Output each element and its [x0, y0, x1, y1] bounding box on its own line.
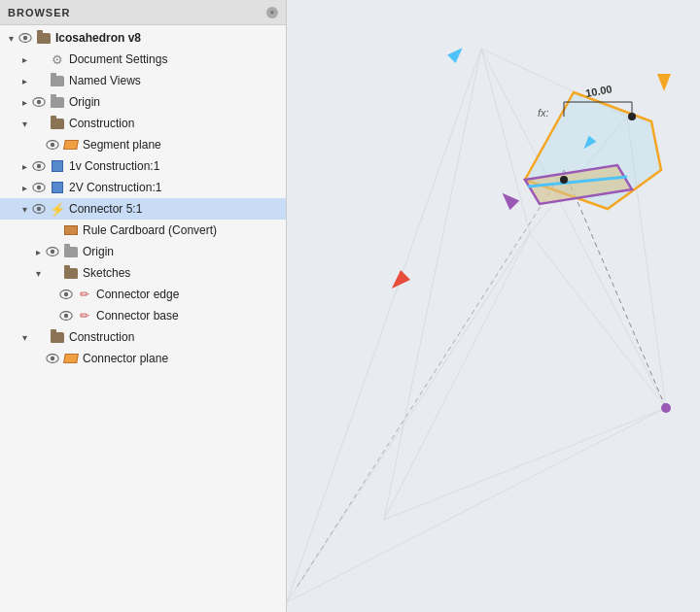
tree-arrow-connector-edge: [45, 288, 58, 301]
tree-arrow-connector-base: [45, 309, 58, 323]
item-icon-sketch-red: ✏: [76, 286, 93, 303]
tree-item-root[interactable]: Icosahedron v8: [0, 27, 286, 49]
item-icon-folder-brown: [35, 29, 52, 47]
red-arrow: [387, 270, 410, 293]
sidebar-title: BROWSER: [8, 7, 70, 18]
tree-item-origin-2[interactable]: Origin: [0, 241, 286, 262]
item-icon-folder-brown: [62, 264, 80, 282]
svg-point-5: [51, 143, 54, 147]
item-label-origin-2: Origin: [83, 245, 114, 258]
tree-item-rule-cardboard[interactable]: Rule Cardboard (Convert): [0, 220, 286, 241]
item-label-construction: Construction: [69, 117, 134, 130]
orange-arrow: [657, 74, 671, 91]
svg-marker-39: [657, 74, 671, 91]
svg-point-13: [51, 250, 54, 254]
tree-item-1v-construction[interactable]: 1v Construction:1: [0, 155, 286, 177]
sidebar: BROWSER Icosahedron v8⚙Document Settings…: [0, 0, 287, 612]
tree-arrow-origin-2[interactable]: [31, 245, 45, 258]
eye-icon[interactable]: [31, 94, 47, 110]
eye-icon[interactable]: [45, 137, 60, 153]
tree-item-origin-1[interactable]: Origin: [0, 91, 286, 113]
tree-arrow-root[interactable]: [4, 31, 18, 45]
svg-line-32: [564, 170, 666, 408]
tree-arrow-doc-settings[interactable]: [18, 52, 31, 66]
item-icon-plane: [62, 136, 80, 153]
tree-item-segment-plane[interactable]: Segment plane: [0, 134, 286, 155]
eye-icon[interactable]: [31, 158, 47, 174]
tree-arrow-1v-construction[interactable]: [18, 159, 31, 173]
tree-arrow-segment-plane: [31, 138, 45, 152]
svg-line-26: [530, 233, 666, 408]
tree-arrow-2v-construction[interactable]: [18, 181, 31, 194]
tree-item-sketches[interactable]: Sketches: [0, 262, 286, 284]
item-label-rule-cardboard: Rule Cardboard (Convert): [83, 223, 217, 237]
tree-arrow-construction-2[interactable]: [18, 330, 31, 344]
dimension-text: 10.00: [584, 83, 612, 99]
item-icon-plane: [62, 350, 80, 367]
eye-icon[interactable]: [31, 201, 47, 217]
item-label-named-views: Named Views: [69, 74, 141, 87]
tree-arrow-construction[interactable]: [18, 117, 31, 130]
svg-point-15: [64, 292, 68, 296]
item-icon-gear: ⚙: [49, 51, 66, 68]
tree-item-construction-2[interactable]: Construction: [0, 326, 286, 348]
eye-icon[interactable]: [58, 287, 74, 302]
svg-marker-41: [387, 270, 410, 293]
item-label-1v-construction: 1v Construction:1: [69, 159, 159, 173]
svg-line-20: [287, 408, 666, 602]
item-label-connector-base: Connector base: [96, 309, 179, 323]
tree-item-doc-settings[interactable]: ⚙Document Settings: [0, 49, 286, 70]
tree-arrow-sketches[interactable]: [31, 266, 45, 280]
item-label-construction-2: Construction: [69, 330, 134, 344]
canvas-area: 10.00 fx:: [287, 0, 700, 612]
item-label-connector-edge: Connector edge: [96, 288, 179, 301]
purple-arrow: [498, 188, 520, 211]
tree-arrow-connector-plane: [31, 352, 45, 365]
eye-icon[interactable]: [31, 180, 47, 195]
tree-item-connector-plane[interactable]: Connector plane: [0, 348, 286, 369]
item-icon-connector: ⚡: [49, 200, 66, 218]
eye-icon[interactable]: [45, 244, 60, 259]
sidebar-tree: Icosahedron v8⚙Document SettingsNamed Vi…: [0, 25, 286, 612]
center-dot: [560, 176, 568, 184]
item-icon-rule: [62, 221, 80, 239]
item-icon-sketch-red: ✏: [76, 307, 93, 324]
svg-line-23: [384, 408, 666, 520]
eye-icon[interactable]: [45, 351, 60, 366]
canvas-svg: 10.00 fx:: [287, 0, 700, 612]
tree-arrow-named-views[interactable]: [18, 74, 31, 87]
item-label-sketches: Sketches: [83, 266, 130, 280]
tree-arrow-connector-5-1[interactable]: [18, 202, 31, 216]
sidebar-close-button[interactable]: [266, 7, 278, 18]
tree-item-connector-base[interactable]: ✏Connector base: [0, 305, 286, 326]
item-label-origin-1: Origin: [69, 95, 100, 109]
item-icon-folder-gray: [49, 72, 66, 89]
fx-label: fx:: [538, 107, 549, 119]
svg-marker-40: [498, 188, 520, 211]
item-label-segment-plane: Segment plane: [83, 138, 161, 152]
tree-arrow-rule-cardboard: [31, 223, 45, 237]
blue-arrow: [447, 44, 467, 63]
tree-item-construction[interactable]: Construction: [0, 113, 286, 134]
item-label-doc-settings: Document Settings: [69, 52, 167, 66]
svg-point-17: [64, 314, 68, 318]
tree-arrow-origin-1[interactable]: [18, 95, 31, 109]
tree-item-connector-5-1[interactable]: ⚡Connector 5:1: [0, 198, 286, 220]
svg-point-7: [37, 164, 41, 168]
svg-point-1: [23, 36, 27, 40]
svg-line-27: [481, 49, 530, 233]
item-icon-folder-brown: [49, 115, 66, 132]
eye-icon[interactable]: [18, 30, 33, 46]
eye-icon[interactable]: [58, 308, 74, 323]
svg-point-11: [37, 207, 41, 211]
item-icon-folder-gray: [62, 243, 80, 260]
svg-marker-37: [447, 44, 467, 63]
tree-item-connector-edge[interactable]: ✏Connector edge: [0, 284, 286, 305]
tree-item-2v-construction[interactable]: 2V Construction:1: [0, 177, 286, 198]
item-label-root: Icosahedron v8: [55, 31, 141, 45]
item-icon-folder-gray: [49, 93, 66, 111]
svg-line-33: [297, 170, 564, 588]
sidebar-header: BROWSER: [0, 0, 286, 25]
svg-point-19: [51, 357, 54, 360]
tree-item-named-views[interactable]: Named Views: [0, 70, 286, 91]
